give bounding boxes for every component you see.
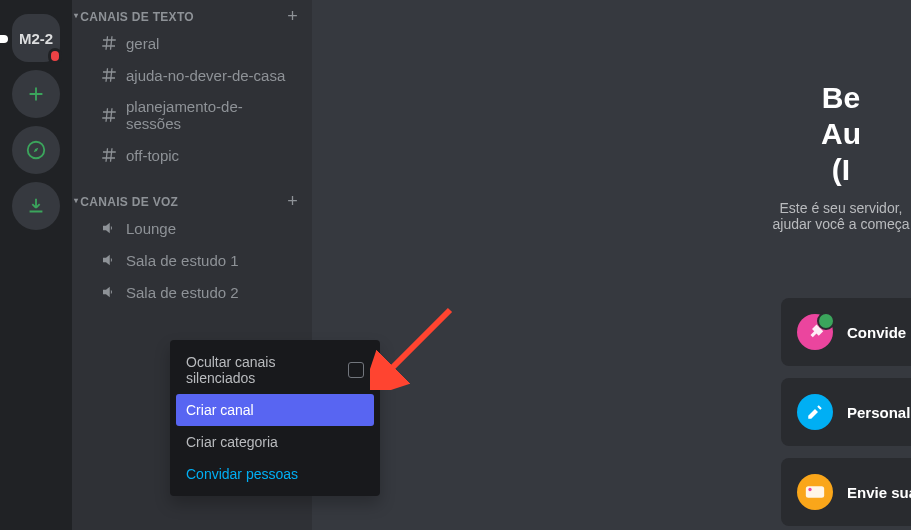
download-icon (25, 195, 47, 217)
context-menu: Ocultar canais silenciados Criar canal C… (170, 340, 380, 496)
create-channel-plus[interactable]: + (281, 6, 304, 27)
welcome-subtext: Este é seu servidor, ajudar você a começ… (771, 200, 911, 232)
voice-channels-category[interactable]: ▾ CANAIS DE VOZ + (72, 185, 312, 212)
category-label: CANAIS DE TEXTO (80, 10, 194, 24)
hash-icon (100, 34, 118, 52)
channel-name: off-topic (126, 147, 179, 164)
hash-icon (100, 146, 118, 164)
welcome-block: Be Au (I Este é seu servidor, ajudar voc… (771, 80, 911, 232)
guild-server[interactable]: M2-2 (12, 14, 60, 62)
guild-server-initials: M2-2 (19, 30, 53, 47)
text-channel[interactable]: off-topic (80, 140, 304, 170)
channel-name: planejamento-de-sessões (126, 98, 296, 132)
checkbox-icon[interactable] (348, 362, 364, 378)
card-label: Convide (847, 324, 906, 341)
text-channel[interactable]: planejamento-de-sessões (80, 92, 304, 138)
text-channels-category[interactable]: ▾ CANAIS DE TEXTO + (72, 0, 312, 27)
download-apps-button[interactable] (12, 182, 60, 230)
voice-channel[interactable]: Sala de estudo 1 (80, 245, 304, 275)
send-icon (797, 474, 833, 510)
channel-name: Sala de estudo 1 (126, 252, 239, 269)
speaker-icon (100, 283, 118, 301)
voice-channel[interactable]: Sala de estudo 2 (80, 277, 304, 307)
notification-badge (48, 48, 62, 64)
card-label: Envie sua (847, 484, 911, 501)
invite-card[interactable]: Convide (781, 298, 911, 366)
ctx-label: Criar categoria (186, 434, 278, 450)
ctx-label: Convidar pessoas (186, 466, 298, 482)
ctx-create-channel[interactable]: Criar canal (176, 394, 374, 426)
chevron-down-icon: ▾ (74, 11, 78, 20)
compass-icon (25, 139, 47, 161)
chevron-down-icon: ▾ (74, 196, 78, 205)
channel-name: geral (126, 35, 159, 52)
channel-name: Lounge (126, 220, 176, 237)
explore-servers-button[interactable] (12, 126, 60, 174)
personalize-card[interactable]: Personal (781, 378, 911, 446)
personalize-icon (797, 394, 833, 430)
onboarding-cards: Convide Personal Envie sua (781, 298, 911, 526)
welcome-heading: Be Au (I (771, 80, 911, 188)
svg-point-2 (808, 488, 811, 491)
speaker-icon (100, 219, 118, 237)
voice-channel[interactable]: Lounge (80, 213, 304, 243)
invite-icon (797, 314, 833, 350)
ctx-invite-people[interactable]: Convidar pessoas (176, 458, 374, 490)
send-card[interactable]: Envie sua (781, 458, 911, 526)
create-channel-plus[interactable]: + (281, 191, 304, 212)
ctx-label: Ocultar canais silenciados (186, 354, 348, 386)
category-label: CANAIS DE VOZ (80, 195, 178, 209)
plus-icon (25, 83, 47, 105)
channel-name: Sala de estudo 2 (126, 284, 239, 301)
hash-icon (100, 106, 118, 124)
text-channel[interactable]: ajuda-no-dever-de-casa (80, 60, 304, 90)
ctx-create-category[interactable]: Criar categoria (176, 426, 374, 458)
guild-selected-pill (0, 35, 8, 43)
hash-icon (100, 66, 118, 84)
main-content: Be Au (I Este é seu servidor, ajudar voc… (312, 0, 911, 530)
speaker-icon (100, 251, 118, 269)
text-channel[interactable]: geral (80, 28, 304, 58)
svg-rect-1 (806, 486, 824, 498)
add-server-button[interactable] (12, 70, 60, 118)
ctx-label: Criar canal (186, 402, 254, 418)
guild-sidebar: M2-2 (0, 0, 72, 530)
channel-name: ajuda-no-dever-de-casa (126, 67, 285, 84)
ctx-mute-channels[interactable]: Ocultar canais silenciados (176, 346, 374, 394)
card-label: Personal (847, 404, 910, 421)
